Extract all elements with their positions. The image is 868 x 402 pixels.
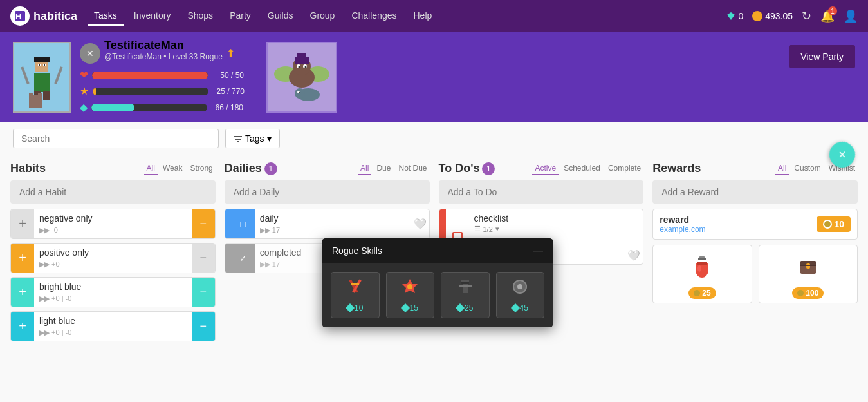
skill4-icon [511, 278, 529, 296]
habit-minus-btn[interactable]: − [192, 244, 215, 273]
avatar-icon: ✕ [80, 43, 100, 64]
daily-name: daily [260, 213, 406, 224]
todos-badge: 1 [482, 162, 495, 175]
notifications-btn[interactable]: 🔔 1 [820, 9, 835, 23]
nav-party[interactable]: Party [223, 6, 257, 26]
svg-rect-39 [697, 262, 707, 265]
reward-item[interactable]: 100 [759, 245, 858, 303]
mana-icon [400, 303, 409, 312]
app-name: habitica [33, 10, 77, 23]
skill-icon [401, 278, 419, 300]
tags-button[interactable]: Tags ▾ [225, 129, 280, 148]
skill-button[interactable]: 10 [331, 272, 380, 318]
notification-badge: 1 [828, 6, 837, 15]
habit-plus-btn[interactable]: + [11, 278, 34, 307]
skill-cost: 15 [402, 303, 418, 312]
gold-icon [752, 11, 762, 21]
daily-checkbox-done[interactable]: ✓ [232, 244, 255, 273]
svg-rect-5 [34, 57, 50, 62]
add-todo-button[interactable]: Add a To Do [439, 180, 644, 204]
nav-challenges[interactable]: Challenges [345, 6, 403, 26]
skill-cost: 10 [347, 303, 363, 312]
skills-popup: Rogue Skills — 10 [322, 238, 553, 327]
refresh-btn[interactable]: ↻ [802, 9, 811, 23]
svg-rect-51 [461, 280, 469, 282]
svg-rect-33 [235, 139, 241, 140]
nav-tasks[interactable]: Tasks [88, 6, 124, 26]
svg-rect-8 [39, 64, 40, 66]
habits-tabs: All Weak Strong [144, 162, 216, 175]
search-input[interactable] [13, 129, 219, 148]
skill-button[interactable]: 45 [496, 272, 545, 318]
daily-heart-btn[interactable]: 🤍 [411, 209, 429, 238]
gold-icon-small [797, 290, 804, 296]
todo-heart-btn[interactable]: 🤍 [625, 209, 643, 264]
habit-plus-btn[interactable]: + [11, 312, 34, 341]
profile-header: ✕ TestificateMan @TestificateMan • Level… [0, 32, 868, 122]
habits-tab-strong[interactable]: Strong [187, 162, 215, 175]
habit-minus-btn[interactable]: − [192, 209, 215, 238]
hp-value: 50 / 50 [212, 71, 244, 80]
avatar-container [13, 42, 71, 113]
chest-icon [798, 254, 818, 278]
svg-point-29 [295, 88, 305, 99]
reward-items-row: 25 100 [652, 245, 858, 303]
nav-group[interactable]: Group [304, 6, 342, 26]
svg-point-49 [407, 284, 412, 289]
todos-tab-complete[interactable]: Complete [605, 162, 643, 175]
reward-item[interactable]: 25 [652, 245, 752, 303]
dailies-badge: 1 [264, 162, 277, 175]
list-item: reward example.com 10 [652, 209, 858, 240]
todos-tab-active[interactable]: Active [532, 162, 559, 175]
svg-text:H: H [15, 12, 21, 21]
habit-minus-btn[interactable]: − [192, 312, 215, 341]
nav-guilds[interactable]: Guilds [261, 6, 300, 26]
nav-help[interactable]: Help [407, 6, 438, 26]
rewards-tab-all[interactable]: All [775, 162, 789, 175]
skill-cost: 45 [512, 303, 528, 312]
reward-link[interactable]: example.com [660, 225, 810, 234]
habits-tab-weak[interactable]: Weak [160, 162, 185, 175]
tags-dropdown-icon: ▾ [267, 133, 272, 144]
gem-icon [726, 12, 735, 21]
skills-title: Rogue Skills [332, 245, 382, 256]
skill-button[interactable]: 25 [441, 272, 490, 318]
level-up-icon[interactable]: ⬆ [226, 47, 235, 59]
reward-cost[interactable]: 10 [817, 216, 851, 232]
list-item: □ daily ▶▶ 17 🤍 [225, 209, 430, 239]
habit-plus-btn[interactable]: + [11, 244, 34, 273]
svg-rect-13 [43, 91, 50, 100]
dailies-tab-due[interactable]: Due [374, 162, 393, 175]
add-reward-button[interactable]: Add a Reward [652, 180, 858, 204]
add-daily-button[interactable]: Add a Daily [225, 180, 430, 204]
svg-rect-53 [459, 285, 472, 287]
dailies-tab-all[interactable]: All [358, 162, 371, 175]
svg-point-31 [299, 92, 300, 93]
skills-close-button[interactable]: — [533, 245, 543, 256]
dailies-tab-notdue[interactable]: Not Due [396, 162, 429, 175]
rewards-tab-custom[interactable]: Custom [791, 162, 823, 175]
avatar [16, 47, 68, 111]
mp-value: 66 / 180 [211, 103, 243, 112]
skill-button[interactable]: 15 [386, 272, 435, 318]
potion-icon [692, 254, 712, 278]
habit-minus-btn[interactable]: − [192, 278, 215, 307]
habit-plus-btn[interactable]: + [11, 209, 34, 238]
todos-tab-scheduled[interactable]: Scheduled [561, 162, 603, 175]
profile-username: TestificateMan [104, 39, 223, 52]
habits-tab-all[interactable]: All [144, 162, 158, 175]
user-menu-btn[interactable]: 👤 [844, 9, 858, 23]
view-party-button[interactable]: View Party [789, 45, 855, 68]
add-habit-button[interactable]: Add a Habit [10, 180, 216, 204]
nav-inventory[interactable]: Inventory [127, 6, 178, 26]
app-logo[interactable]: H habitica [10, 6, 77, 26]
profile-sub: @TestificateMan • Level 33 Rogue [104, 52, 223, 61]
skill2-icon [401, 278, 419, 296]
daily-checkbox[interactable]: □ [232, 209, 255, 238]
reward-item-cost: 25 [688, 287, 716, 299]
list-item: + light blue ▶▶ +0 | -0 − [10, 311, 216, 341]
nav-shops[interactable]: Shops [181, 6, 219, 26]
habit-stats: ▶▶ +0 [39, 260, 187, 269]
mp-row: ◆ 66 / 180 [80, 101, 245, 113]
hp-icon: ❤ [80, 69, 88, 81]
